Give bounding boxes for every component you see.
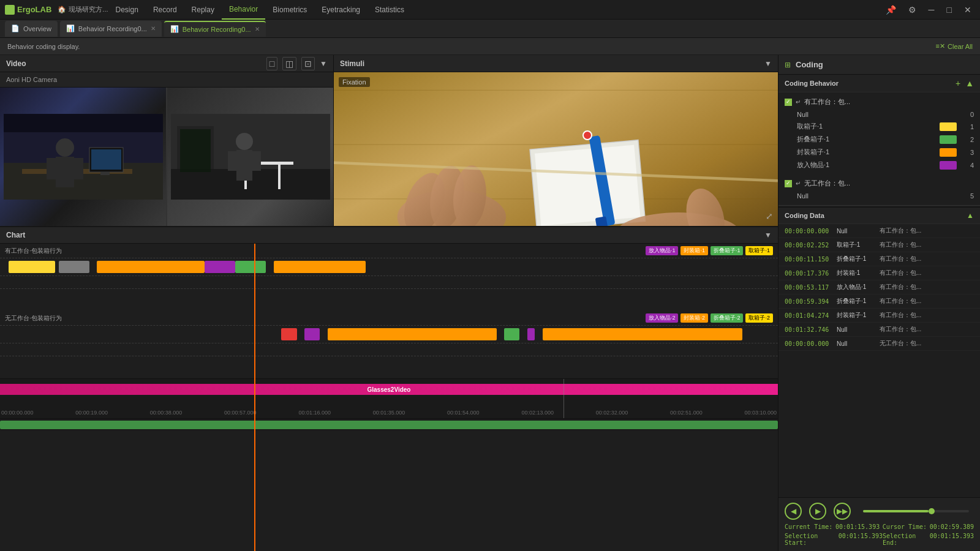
coding-behavior-controls: + ▲ [956, 78, 974, 88]
minimize-button[interactable]: ─ [925, 4, 938, 16]
video-btn-split[interactable]: ◫ [282, 57, 296, 70]
fixation-label: Fixation [339, 77, 370, 87]
behavior-item-2: 折叠箱子·1 2 [778, 133, 980, 146]
close-button[interactable]: ✕ [960, 4, 975, 16]
tab-overview[interactable]: 📄 Overview [5, 21, 58, 37]
play-buttons: ◀ ▶ ▶▶ [785, 503, 974, 520]
seg2-2 [304, 328, 320, 340]
chart-title: Chart [6, 231, 25, 239]
tl-3: 00:00:57.000 [224, 410, 257, 416]
tl-9: 00:02:51.000 [670, 410, 703, 416]
chart-area: Chart ▼ 有工作台·包装箱行为 放入物品·1 封装箱·1 折叠箱子·1 [0, 227, 778, 551]
settings-button[interactable]: ⚙ [905, 4, 920, 16]
chart-track-1: 有工作台·包装箱行为 放入物品·1 封装箱·1 折叠箱子·1 取箱子·1 [0, 244, 778, 311]
video-thumb-1 [0, 88, 166, 226]
video-collapse-arrow[interactable]: ▼ [320, 59, 327, 68]
play-button[interactable]: ▶ [809, 503, 826, 520]
nav-record[interactable]: Record [146, 0, 184, 20]
sublabel-2c: 折叠箱子·2 [710, 313, 744, 323]
tl-8: 00:02:32.000 [596, 410, 628, 416]
timeline-area[interactable]: Glasses2Video 00:00:00.000 00:00:19.000 … [0, 378, 778, 418]
track2-label-row: 无工作台·包装箱行为 放入物品·2 封装箱·2 折叠箱子·2 取箱子·2 [0, 313, 778, 323]
selection-info: Selection Start: 00:01:15.393 Selection … [785, 533, 974, 546]
next-button[interactable]: ▶▶ [834, 503, 851, 520]
stimuli-collapse-arrow[interactable]: ▼ [764, 59, 772, 68]
separator-1 [778, 205, 980, 206]
svg-rect-27 [535, 145, 640, 226]
tab-recording2-close[interactable]: ✕ [255, 26, 260, 32]
pin-button[interactable]: 📌 [882, 4, 900, 16]
nav-eyetracking[interactable]: Eyetracking [314, 0, 368, 20]
group2-checkbox[interactable] [785, 180, 792, 187]
data-action-4: 放入物品·1 [837, 283, 880, 291]
selection-start-label: Selection Start: [785, 533, 839, 546]
data-time-4: 00:00:53.117 [785, 284, 837, 291]
svg-rect-5 [56, 157, 74, 187]
data-context-3: 有工作台：包... [880, 269, 921, 277]
tab-recording2-icon: 📊 [170, 25, 179, 33]
group2-expand-icon[interactable]: ↵ [796, 180, 801, 187]
selection-start-value: 00:01:15.393 [839, 533, 883, 546]
progress-thumb[interactable] [929, 508, 935, 514]
selection-end-label: Selection End: [883, 533, 930, 546]
timeline-selection-marker [564, 379, 564, 418]
data-context-0: 有工作台：包... [880, 227, 921, 235]
group1-checkbox[interactable] [785, 99, 792, 106]
collapse-behavior-button[interactable]: ▲ [965, 78, 974, 88]
location-breadcrumb: 🏠 现场研究方... [58, 5, 108, 14]
cursor-time-value: 00:02:59.389 [930, 523, 974, 530]
coding-icon: ⊞ [785, 61, 791, 69]
coding-data-title: Coding Data [785, 212, 824, 219]
data-row-1: 00:00:02.252 取箱子·1 有工作台：包... [778, 238, 980, 252]
chart-collapse-arrow[interactable]: ▼ [764, 231, 772, 239]
video-btn-square[interactable]: □ [266, 57, 277, 70]
progress-bar[interactable] [863, 510, 969, 512]
sublabel-2a: 放入物品·2 [646, 313, 679, 323]
seg2-6 [543, 328, 742, 340]
clear-all-button[interactable]: ≡✕ Clear All [936, 42, 973, 50]
behavior-color-3 [940, 148, 957, 157]
playback-controls: ◀ ▶ ▶▶ Current Time: 00:01:15.393 Cursor… [778, 497, 980, 551]
seg2-1 [281, 328, 296, 340]
nav-statistics[interactable]: Statistics [368, 0, 412, 20]
stimuli-panel: Stimuli ▼ [334, 55, 778, 226]
tl-6: 00:01:54.000 [447, 410, 480, 416]
track2-label: 无工作台·包装箱行为 [5, 314, 62, 323]
tl-0: 00:00:00.000 [1, 410, 34, 416]
data-time-0: 00:00:00.000 [785, 228, 837, 234]
data-context-7: 有工作台：包... [880, 325, 921, 334]
nav-biometrics[interactable]: Biometrics [265, 0, 314, 20]
thumb-scene-1 [4, 114, 163, 200]
data-action-5: 折叠箱子·1 [837, 297, 880, 305]
track1-label: 有工作台·包装箱行为 [5, 247, 62, 255]
tab-recording1-close[interactable]: ✕ [151, 25, 156, 32]
video-btn-grid[interactable]: ⊡ [301, 57, 315, 70]
behavior-num-3: 3 [962, 149, 974, 156]
current-time-label: Current Time: [785, 523, 832, 530]
coding-data-table: 00:00:00.000 Null 有工作台：包... 00:00:02.252… [778, 224, 980, 497]
tab-recording2-label: Behavior Recording0... [183, 26, 251, 33]
nav-replay[interactable]: Replay [184, 0, 222, 20]
group2-header: ↵ 无工作台：包... [778, 176, 980, 190]
coding-data-collapse[interactable]: ▲ [967, 211, 974, 220]
nav-design[interactable]: Design [108, 0, 146, 20]
add-behavior-button[interactable]: + [956, 78, 960, 88]
behavior-color-2 [940, 135, 957, 144]
timeline-labels: 00:00:00.000 00:00:19.000 00:00:38.000 0… [0, 410, 778, 416]
tab-recording2[interactable]: 📊 Behavior Recording0... ✕ [164, 21, 266, 37]
clear-all-label: Clear All [948, 43, 973, 50]
track2-dash-top [0, 325, 778, 326]
coding-behavior-header: Coding Behavior + ▲ [778, 75, 980, 92]
nav-behavior[interactable]: Behavior [222, 0, 265, 20]
expand-stimuli-button[interactable]: ⤢ [766, 211, 773, 221]
maximize-button[interactable]: □ [943, 4, 956, 16]
coding-data-section: Coding Data ▲ 00:00:00.000 Null 有工作台：包..… [778, 207, 980, 497]
prev-button[interactable]: ◀ [785, 503, 802, 520]
seg1-4 [205, 261, 235, 273]
selection-end-value: 00:01:15.393 [930, 533, 974, 546]
tab-recording1[interactable]: 📊 Behavior Recording0... ✕ [60, 21, 162, 37]
group1-expand-icon[interactable]: ↵ [796, 99, 801, 105]
video-camera-label: Aoni HD Camera [0, 72, 333, 88]
coding-behavior-section: Coding Behavior + ▲ ↵ 有工作台：包... Null 0 [778, 75, 980, 207]
logo-text: ErgoLAB [17, 5, 51, 14]
